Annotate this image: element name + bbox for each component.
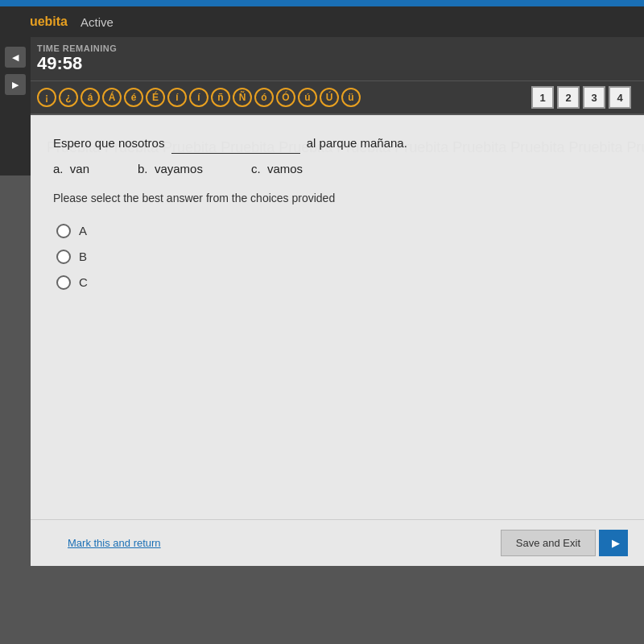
char-btn-o-upper[interactable]: Ó — [276, 88, 295, 107]
char-btn-a-upper[interactable]: Á — [102, 88, 122, 107]
mark-return-link[interactable]: Mark this and return — [68, 537, 161, 549]
top-blue-bar — [0, 0, 644, 6]
answer-choices-row: a. van b. vayamos c. vamos — [53, 162, 621, 175]
choice-b: b. vayamos — [138, 162, 203, 175]
char-btn-e-upper[interactable]: É — [146, 88, 165, 107]
sidebar-icon-1[interactable]: ◀ — [5, 47, 26, 68]
char-btn-question[interactable]: ¿ — [59, 88, 78, 107]
sentence-before: Espero que nosotros — [53, 136, 168, 150]
main-content: Pruebita Pruebita Pruebita Pruebita Prue… — [31, 115, 644, 566]
next-button[interactable]: ▶ — [599, 530, 628, 556]
radio-label-c: C — [79, 275, 88, 289]
header-bar: Pruebita Active — [0, 6, 644, 37]
watermark-bg: Pruebita Pruebita Pruebita Pruebita Prue… — [31, 115, 644, 566]
char-btn-e-lower[interactable]: é — [124, 88, 143, 107]
sentence-blank — [171, 134, 300, 154]
timer-label: TIME REMAINING — [37, 43, 628, 53]
q-nav-btn-1[interactable]: 1 — [531, 86, 554, 109]
char-btn-n-upper[interactable]: Ñ — [233, 88, 252, 107]
char-btn-n-lower[interactable]: ñ — [211, 88, 230, 107]
instruction-text: Please select the best answer from the c… — [53, 192, 621, 204]
q-nav-btn-4[interactable]: 4 — [609, 86, 631, 109]
timer-value: 49:58 — [37, 53, 628, 74]
sidebar-icon-2[interactable]: ▶ — [5, 74, 26, 95]
radio-circle-a — [56, 224, 71, 238]
timer-section: TIME REMAINING 49:58 — [0, 37, 644, 81]
q-nav-btn-3[interactable]: 3 — [583, 86, 605, 109]
choice-a: a. van — [53, 162, 89, 175]
char-btn-a-lower[interactable]: á — [80, 88, 100, 107]
radio-option-b[interactable]: B — [56, 250, 621, 264]
question-nav: 1 2 3 4 — [531, 86, 638, 109]
q-nav-btn-2[interactable]: 2 — [557, 86, 580, 109]
radio-circle-c — [56, 275, 71, 290]
radio-label-b: B — [79, 250, 87, 263]
radio-options: A B C — [56, 224, 621, 290]
radio-option-c[interactable]: C — [56, 275, 621, 290]
special-chars-bar: ¡ ¿ á Á é É í í ñ Ñ ó Ó ú Ú ü 1 2 3 4 — [0, 81, 644, 115]
char-btn-i-lower2[interactable]: í — [189, 88, 208, 107]
status-badge: Active — [80, 15, 114, 29]
question-sentence: Espero que nosotros al parque mañana. — [53, 134, 621, 154]
radio-circle-b — [56, 250, 71, 264]
char-btn-u-lower[interactable]: ú — [298, 88, 317, 107]
footer-buttons: Save and Exit ▶ — [501, 530, 628, 556]
choice-c: c. vamos — [251, 162, 303, 175]
save-exit-button[interactable]: Save and Exit — [501, 530, 596, 556]
char-btn-u-upper[interactable]: Ú — [320, 88, 339, 107]
char-btn-u-umlaut[interactable]: ü — [341, 88, 361, 107]
sentence-after: al parque mañana. — [307, 136, 407, 150]
sidebar-left: ◀ ▶ — [0, 6, 31, 175]
radio-label-a: A — [79, 224, 87, 237]
footer-bar: Mark this and return Save and Exit ▶ — [31, 519, 644, 566]
char-btn-i-lower[interactable]: í — [167, 88, 187, 107]
char-btn-exclaim[interactable]: ¡ — [37, 88, 56, 107]
char-btn-o-lower[interactable]: ó — [254, 88, 274, 107]
radio-option-a[interactable]: A — [56, 224, 621, 238]
